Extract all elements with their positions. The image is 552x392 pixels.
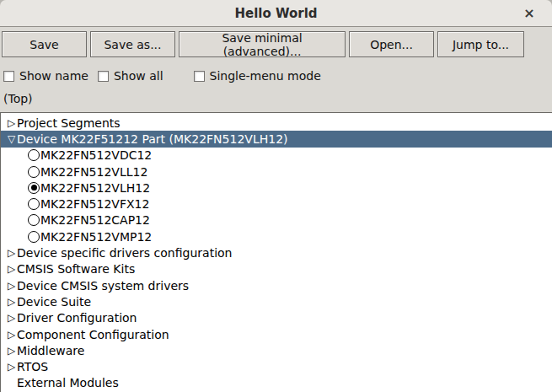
toolbar-button-2[interactable]: Save minimal (advanced)... bbox=[179, 31, 346, 57]
tree-row[interactable]: MK22FN512VLL12 bbox=[1, 164, 552, 180]
radio-unselected-icon[interactable] bbox=[28, 149, 40, 161]
tree-row-label: MK22FN512VDC12 bbox=[40, 148, 152, 162]
triangle-right-icon[interactable]: ▷ bbox=[6, 297, 17, 307]
tree-row-label: Middleware bbox=[17, 344, 84, 357]
tree-row[interactable]: ▷Middleware bbox=[1, 342, 552, 358]
toolbar-button-0[interactable]: Save bbox=[2, 31, 87, 57]
options-row: Show nameShow allSingle-menu mode bbox=[0, 68, 552, 83]
tree-row[interactable]: ▷Project Segments bbox=[1, 115, 552, 131]
triangle-right-icon[interactable]: ▷ bbox=[6, 346, 17, 356]
triangle-right-icon[interactable]: ▷ bbox=[6, 330, 17, 340]
toolbar-button-1[interactable]: Save as... bbox=[90, 31, 175, 57]
close-icon[interactable]: × bbox=[518, 0, 540, 26]
titlebar[interactable]: Hello World × bbox=[0, 0, 552, 27]
breadcrumb: (Top) bbox=[3, 92, 552, 106]
tree-row-label: Project Segments bbox=[17, 116, 121, 130]
checkbox-item-1[interactable]: Show all bbox=[98, 69, 163, 83]
tree-row-label: RTOS bbox=[17, 360, 48, 373]
tree-row-label: Driver Configuration bbox=[17, 311, 137, 325]
tree-row-label: Component Configuration bbox=[17, 328, 169, 341]
tree-row-label: MK22FN512VLL12 bbox=[40, 165, 147, 179]
checkbox-icon[interactable] bbox=[98, 71, 109, 82]
toolbar-button-4[interactable]: Jump to... bbox=[437, 31, 524, 57]
triangle-down-icon[interactable]: ▽ bbox=[6, 134, 17, 144]
tree-row[interactable]: MK22FN512VFX12 bbox=[1, 196, 552, 212]
tree-row-label: External Modules bbox=[17, 376, 119, 389]
checkbox-item-0[interactable]: Show name bbox=[3, 69, 88, 83]
triangle-right-icon[interactable]: ▷ bbox=[6, 264, 17, 274]
triangle-right-icon[interactable]: ▷ bbox=[6, 281, 17, 291]
dialog-window: Hello World × SaveSave as...Save minimal… bbox=[0, 0, 552, 392]
toolbar: SaveSave as...Save minimal (advanced)...… bbox=[0, 27, 552, 57]
radio-selected-icon[interactable] bbox=[28, 182, 40, 194]
tree-row[interactable]: ▽Device MK22F51212 Part (MK22FN512VLH12) bbox=[1, 131, 552, 147]
checkbox-label: Single-menu mode bbox=[210, 69, 321, 83]
tree-row[interactable]: MK22FN512VMP12 bbox=[1, 228, 552, 244]
radio-unselected-icon[interactable] bbox=[28, 198, 40, 210]
checkbox-item-2[interactable]: Single-menu mode bbox=[194, 69, 321, 83]
checkbox-icon[interactable] bbox=[3, 71, 14, 82]
tree-row[interactable]: MK22FN512VDC12 bbox=[1, 148, 552, 164]
tree[interactable]: ▷Project Segments▽Device MK22F51212 Part… bbox=[0, 112, 552, 392]
tree-row[interactable]: ▷Device CMSIS system drivers bbox=[1, 277, 552, 293]
window-title: Hello World bbox=[234, 6, 317, 21]
tree-row-label: MK22FN512VMP12 bbox=[40, 230, 152, 244]
tree-row[interactable]: MK22FN512VLH12 bbox=[1, 180, 552, 196]
tree-row[interactable]: ▷CMSIS Software Kits bbox=[1, 261, 552, 277]
tree-row-label: CMSIS Software Kits bbox=[17, 262, 135, 276]
tree-row[interactable]: ▷Component Configuration bbox=[1, 326, 552, 342]
tree-row[interactable]: ▷Device Suite bbox=[1, 293, 552, 309]
tree-row[interactable]: MK22FN512CAP12 bbox=[1, 212, 552, 228]
tree-row[interactable]: ▷Device specific drivers configuration bbox=[1, 244, 552, 260]
tree-row-label: MK22FN512VLH12 bbox=[40, 181, 150, 195]
tree-row-label: Device specific drivers configuration bbox=[17, 246, 232, 260]
tree-row[interactable]: ▷RTOS bbox=[1, 358, 552, 374]
checkbox-label: Show name bbox=[19, 69, 88, 83]
radio-unselected-icon[interactable] bbox=[28, 214, 40, 226]
tree-row-label: Device CMSIS system drivers bbox=[17, 279, 189, 293]
triangle-right-icon[interactable]: ▷ bbox=[6, 118, 17, 128]
triangle-right-icon[interactable]: ▷ bbox=[6, 362, 17, 372]
triangle-right-icon[interactable]: ▷ bbox=[6, 248, 17, 258]
tree-row[interactable]: ▷Driver Configuration bbox=[1, 310, 552, 326]
tree-row-label: MK22FN512CAP12 bbox=[40, 213, 150, 227]
checkbox-label: Show all bbox=[114, 69, 163, 83]
tree-row-label: MK22FN512VFX12 bbox=[40, 197, 149, 211]
triangle-right-icon[interactable]: ▷ bbox=[6, 313, 17, 323]
radio-unselected-icon[interactable] bbox=[28, 166, 40, 178]
tree-row[interactable]: External Modules bbox=[1, 375, 552, 391]
radio-unselected-icon[interactable] bbox=[28, 231, 40, 243]
toolbar-button-3[interactable]: Open... bbox=[349, 31, 434, 57]
tree-row-label: Device Suite bbox=[17, 295, 91, 309]
checkbox-icon[interactable] bbox=[194, 71, 205, 82]
tree-row-label: Device MK22F51212 Part (MK22FN512VLH12) bbox=[17, 132, 288, 146]
